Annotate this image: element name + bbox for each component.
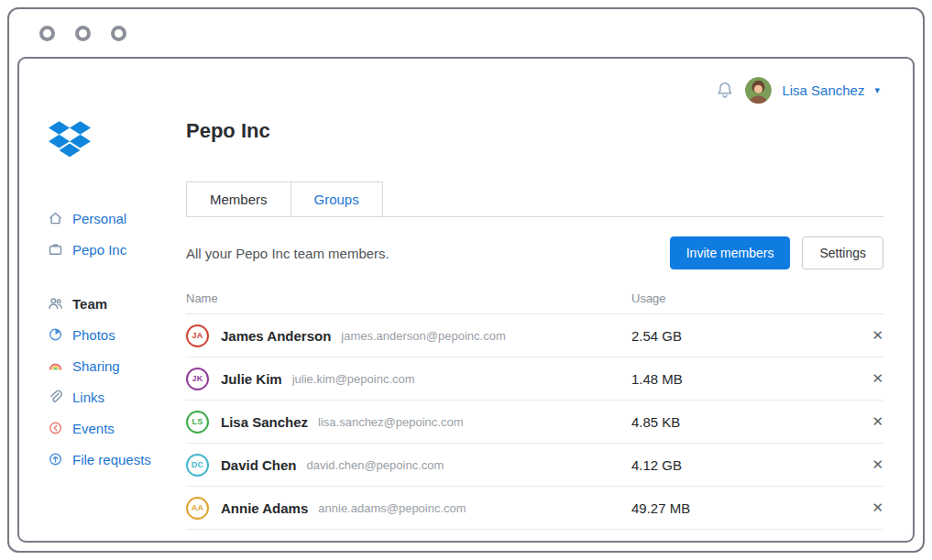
sidebar-item-team[interactable]: Team	[47, 288, 186, 319]
sidebar-item-events[interactable]: Events	[47, 412, 186, 444]
sidebar-item-label: File requests	[72, 452, 151, 467]
member-initials-badge: DC	[186, 454, 209, 477]
paperclip-icon	[47, 390, 63, 404]
file-requests-icon	[47, 452, 63, 467]
column-header-usage: Usage	[631, 291, 850, 305]
tab-groups[interactable]: Groups	[291, 181, 383, 216]
remove-member-close-icon[interactable]: ✕	[872, 327, 883, 344]
member-email: lisa.sanchez@pepoinc.com	[318, 415, 463, 429]
sidebar-item-personal[interactable]: Personal	[47, 203, 186, 234]
sidebar-item-label: Links	[72, 390, 104, 405]
content-area: Pepo Inc Members Groups All your Pepo In…	[186, 106, 883, 541]
sidebar: Personal Pepo Inc	[47, 106, 186, 541]
window-titlebar	[9, 9, 923, 57]
table-header: Name Usage	[186, 291, 883, 314]
window-control-icon[interactable]	[75, 26, 91, 41]
table-row: AA Annie Adams annie.adams@pepoinc.com 4…	[186, 487, 883, 530]
member-usage: 4.12 GB	[631, 457, 850, 473]
members-table: Name Usage JA James Anderson james.ander…	[186, 291, 883, 530]
tab-bar: Members Groups	[186, 181, 883, 217]
dropbox-logo-icon[interactable]	[49, 121, 91, 164]
member-usage: 4.85 KB	[631, 414, 850, 430]
main-layout: Personal Pepo Inc	[19, 104, 913, 541]
member-initials-badge: AA	[186, 497, 209, 520]
tab-members[interactable]: Members	[186, 181, 291, 216]
sidebar-item-photos[interactable]: Photos	[47, 319, 186, 350]
user-name[interactable]: Lisa Sanchez	[782, 82, 864, 98]
remove-member-close-icon[interactable]: ✕	[872, 500, 883, 516]
member-email: david.chen@pepoinc.com	[307, 458, 444, 472]
member-name: James Anderson	[221, 328, 331, 344]
events-icon	[47, 421, 63, 435]
sidebar-item-label: Pepo Inc	[72, 242, 126, 258]
sidebar-item-label: Sharing	[72, 358, 120, 374]
member-initials-badge: JA	[186, 324, 209, 347]
member-email: annie.adams@pepoinc.com	[318, 501, 466, 515]
member-name: Lisa Sanchez	[221, 414, 308, 430]
sidebar-item-file-requests[interactable]: File requests	[47, 444, 186, 475]
member-usage: 2.54 GB	[631, 328, 850, 344]
sidebar-item-sharing[interactable]: Sharing	[47, 350, 186, 381]
remove-member-close-icon[interactable]: ✕	[872, 413, 883, 430]
sidebar-item-label: Personal	[72, 211, 126, 226]
member-initials-badge: JK	[186, 368, 209, 390]
invite-members-button[interactable]: Invite members	[670, 236, 791, 269]
home-icon	[47, 211, 63, 225]
member-name: Julie Kim	[221, 371, 282, 387]
remove-member-close-icon[interactable]: ✕	[872, 370, 883, 387]
account-bar: Lisa Sanchez ▾	[19, 59, 913, 104]
sidebar-item-label: Team	[72, 296, 107, 312]
table-row: JA James Anderson james.anderson@pepoinc…	[186, 314, 883, 357]
page-title: Pepo Inc	[186, 119, 883, 143]
window-control-icon[interactable]	[39, 26, 55, 41]
window-control-icon[interactable]	[111, 26, 126, 41]
member-initials-badge: LS	[186, 411, 209, 434]
notifications-bell-icon[interactable]	[715, 80, 735, 100]
sidebar-item-pepo-inc[interactable]: Pepo Inc	[47, 234, 186, 265]
browser-window: Lisa Sanchez ▾	[7, 7, 925, 553]
table-row: JK Julie Kim julie.kim@pepoinc.com 1.48 …	[186, 357, 883, 401]
column-header-name: Name	[186, 291, 631, 305]
chevron-down-icon[interactable]: ▾	[874, 84, 880, 96]
member-name: David Chen	[221, 457, 297, 473]
member-usage: 49.27 MB	[631, 500, 850, 516]
members-toolbar: All your Pepo Inc team members. Invite m…	[186, 236, 883, 269]
table-row: DC David Chen david.chen@pepoinc.com 4.1…	[186, 444, 883, 487]
settings-button[interactable]: Settings	[802, 236, 883, 269]
sidebar-item-label: Events	[72, 421, 115, 436]
table-row: LS Lisa Sanchez lisa.sanchez@pepoinc.com…	[186, 401, 883, 444]
members-description: All your Pepo Inc team members.	[186, 246, 670, 261]
sidebar-nav: Personal Pepo Inc	[47, 203, 186, 475]
user-avatar[interactable]	[745, 77, 772, 104]
member-email: julie.kim@pepoinc.com	[292, 372, 415, 386]
app-panel: Lisa Sanchez ▾	[17, 57, 915, 543]
member-name: Annie Adams	[221, 500, 308, 516]
sidebar-item-label: Photos	[72, 327, 115, 343]
member-email: james.anderson@pepoinc.com	[341, 329, 505, 343]
column-header-actions	[850, 291, 883, 305]
photos-pie-icon	[47, 327, 63, 342]
team-icon	[47, 296, 63, 311]
member-usage: 1.48 MB	[631, 371, 850, 387]
rainbow-icon	[47, 358, 63, 373]
briefcase-icon	[47, 242, 63, 257]
sidebar-item-links[interactable]: Links	[47, 381, 186, 412]
remove-member-close-icon[interactable]: ✕	[872, 456, 883, 473]
